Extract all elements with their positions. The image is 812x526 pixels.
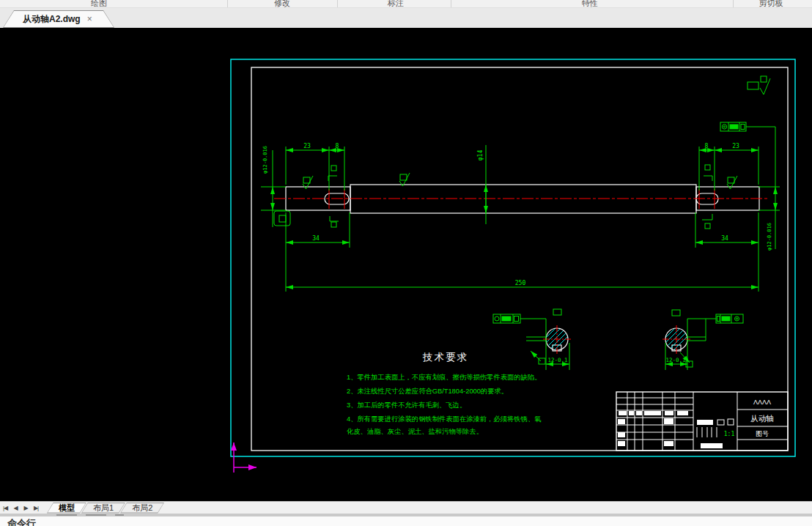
ucs-icon [234,442,256,473]
ribbon-separator [733,0,734,7]
ribbon-separator [337,0,338,7]
roughness-default-icon [748,76,770,95]
tech-req-line: 1、零件加工表面上，不应有划痕、擦伤等损伤零件表面的缺陷。 [347,374,541,381]
title-block-part-name: 从动轴 [750,414,774,423]
document-tab-title: 从动轴A2.dwg [23,13,81,26]
model-space-canvas[interactable]: 23 8 8 23 34 34 250 φ14 φ12-0.016 φ12-0.… [0,28,812,501]
tech-req-title: 技术要求 [422,352,468,363]
next-layout-button[interactable]: ▶ [21,505,31,511]
cad-drawing: 23 8 8 23 34 34 250 φ14 φ12-0.016 φ12-0.… [0,28,812,501]
ribbon-panel-modify: 修改 [274,0,290,8]
dimensions [261,127,780,292]
tech-req-line: 4、所有需要进行涂装的钢铁制件表面在涂漆前，必须将铁锈、氧 [347,415,541,423]
ribbon-panel-clipboard: 剪切板 [759,0,783,8]
command-line-window[interactable]: 命令行 [0,516,812,526]
datum-symbol-left [274,211,290,226]
document-tab-bar: 从动轴A2.dwg × [0,8,812,28]
ribbon-panel-properties: 特性 [582,0,598,8]
dim-section-right: 12-0.1 [665,357,685,363]
dim-left-8: 8 [336,143,339,149]
dimension-texts: 23 8 8 23 34 34 250 φ14 φ12-0.016 φ12-0.… [262,143,772,363]
dim-left-34: 34 [312,235,320,242]
paper-border [231,59,795,456]
ribbon-panel-title-row: 绘图 修改 标注 特性 剪切板 [0,0,812,8]
dim-left-phi12: φ12-0.016 [262,146,268,174]
tech-req-line: 2、未注线性尺寸公差应符合GB/T1804-2000的要求。 [347,388,508,395]
tech-requirements: 技术要求 1、零件加工表面上，不应有划痕、擦伤等损伤零件表面的缺陷。 2、未注线… [347,352,541,435]
centerlines [274,189,769,354]
title-block: ΛΛΛΛ 从动轴 图号 1:1 [616,392,788,451]
dim-right-phi12: φ12-0.016 [767,223,772,251]
layout-tab-bar: |◀ ◀ ▶ ▶| 模型 布局1 布局2 [0,501,812,514]
roughness-icon [399,173,410,186]
tech-req-line: 3、加工后的零件不允许有毛刺、飞边。 [347,401,466,409]
dim-phi14: φ14 [477,150,484,161]
prev-layout-button[interactable]: ◀ [10,505,21,511]
dim-section-left: 12-0.1 [547,357,567,363]
ribbon-panel-draw: 绘图 [91,0,107,8]
title-block-scale: 1:1 [724,431,735,437]
tab-layout2[interactable]: 布局2 [120,503,164,514]
dim-total-250: 250 [515,280,526,286]
document-tab-active[interactable]: 从动轴A2.dwg × [3,10,114,28]
ribbon-panel-annotate: 标注 [388,0,404,8]
last-layout-button[interactable]: ▶| [31,505,41,511]
tab-model[interactable]: 模型 [47,503,86,514]
close-tab-icon[interactable]: × [87,15,92,23]
fcf-top-right [720,122,775,131]
dim-right-34: 34 [721,235,728,242]
dim-left-23: 23 [303,143,311,149]
title-block-company: ΛΛΛΛ [753,399,771,406]
dim-right-8: 8 [705,143,709,149]
command-line-title: 命令行 [7,517,36,526]
perp-mark [328,165,712,229]
first-layout-button[interactable]: |◀ [0,505,10,511]
ribbon-separator [227,0,228,7]
tab-layout1[interactable]: 布局1 [81,503,125,514]
dim-right-23: 23 [732,143,739,149]
roughness-symbols [303,76,770,189]
title-block-drawing-no: 图号 [756,430,769,437]
tech-req-line: 化皮、油脂、灰尘、泥土、盐和污物等除去。 [347,428,483,435]
ribbon-separator [451,0,451,7]
